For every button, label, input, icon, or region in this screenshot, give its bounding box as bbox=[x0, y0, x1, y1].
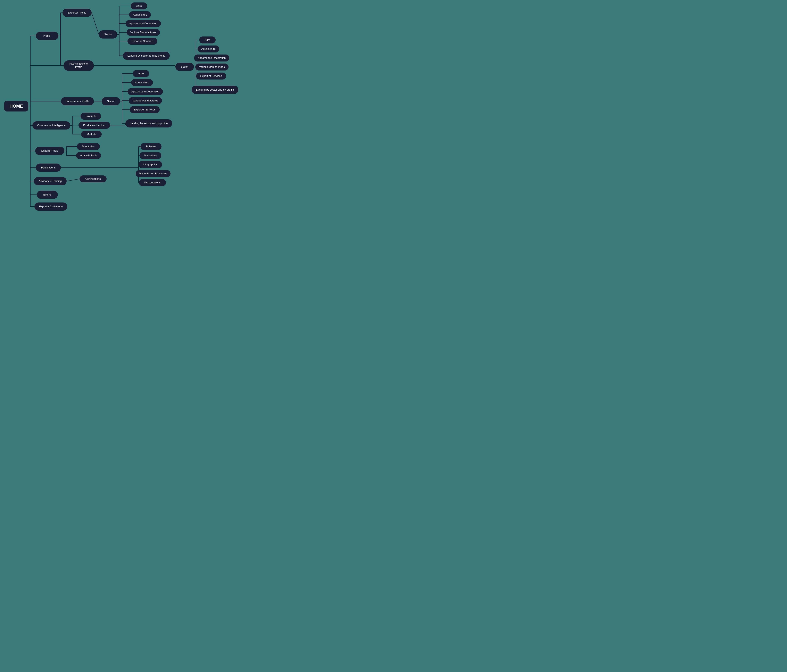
agro_ent-node[interactable]: Agro bbox=[133, 70, 149, 77]
various1-node[interactable]: Various Manufactures bbox=[126, 29, 160, 36]
magazines-node[interactable]: Magazines bbox=[139, 152, 161, 159]
various_pot-node[interactable]: Various Manufactures bbox=[195, 63, 229, 71]
landing1-node[interactable]: Landing by sector and by profile bbox=[123, 52, 170, 60]
advisory-node[interactable]: Advisory & Training bbox=[34, 177, 66, 185]
landing_pot-node[interactable]: Landing by sector and by profile bbox=[192, 86, 239, 94]
products-node[interactable]: Products bbox=[81, 113, 101, 120]
aqua_pot-node[interactable]: Aquaculture bbox=[198, 46, 219, 52]
analysis-node[interactable]: Analysis Tools bbox=[76, 152, 101, 159]
agro_pot-node[interactable]: Agro bbox=[199, 36, 216, 43]
apparel_ent-node[interactable]: Apparel and Decoration bbox=[128, 88, 163, 95]
exporter_profile-node[interactable]: Exporter Profile bbox=[63, 9, 92, 17]
landing_ent-node[interactable]: Landing by sector and by profile bbox=[125, 119, 172, 128]
mindmap-diagram: HOMEProfilerExporter ProfileSectorAgroAq… bbox=[0, 0, 246, 225]
directories-node[interactable]: Directories bbox=[77, 143, 100, 150]
sector1-node[interactable]: Sector bbox=[99, 30, 117, 38]
svg-line-15 bbox=[92, 13, 99, 35]
exporter_tools-node[interactable]: Exporter Tools bbox=[35, 147, 64, 155]
commercial-node[interactable]: Commercial Intelligence bbox=[32, 121, 70, 130]
svg-line-62 bbox=[66, 179, 79, 181]
profiler-node[interactable]: Profiler bbox=[36, 32, 58, 40]
manuals-node[interactable]: Manuals and Brochures bbox=[136, 170, 171, 177]
services_pot-node[interactable]: Export of Services bbox=[196, 73, 226, 79]
apparel1-node[interactable]: Apparel and Decoration bbox=[126, 20, 161, 27]
home-node[interactable]: HOME bbox=[4, 101, 28, 111]
various_ent-node[interactable]: Various Manufactures bbox=[129, 97, 162, 104]
markets-node[interactable]: Markets bbox=[81, 131, 102, 138]
events-node[interactable]: Events bbox=[37, 191, 58, 199]
services_ent-node[interactable]: Export of Services bbox=[130, 106, 160, 113]
agro1-node[interactable]: Agro bbox=[131, 2, 147, 9]
apparel_pot-node[interactable]: Apparel and Decoration bbox=[194, 55, 229, 62]
potential-node[interactable]: Potential Exporter Profile bbox=[63, 60, 94, 71]
productive-node[interactable]: Productive Sectors bbox=[79, 122, 110, 129]
sector_ent-node[interactable]: Sector bbox=[102, 97, 120, 105]
exporter_assist-node[interactable]: Exporter Assistance bbox=[35, 202, 67, 211]
services1-node[interactable]: Export of Services bbox=[128, 38, 157, 45]
publications-node[interactable]: Publications bbox=[36, 164, 61, 172]
aqua1-node[interactable]: Aquaculture bbox=[129, 11, 151, 18]
aqua_ent-node[interactable]: Aquaculture bbox=[131, 79, 153, 86]
bulletins-node[interactable]: Bulletins bbox=[141, 143, 161, 150]
certifications-node[interactable]: Certifications bbox=[79, 176, 107, 182]
sector_pot-node[interactable]: Sector bbox=[175, 63, 194, 71]
infographics-node[interactable]: Infographics bbox=[138, 161, 162, 168]
entrepreneur-node[interactable]: Entrepreneur Profile bbox=[61, 97, 94, 105]
presentations-node[interactable]: Presentations bbox=[139, 179, 166, 186]
